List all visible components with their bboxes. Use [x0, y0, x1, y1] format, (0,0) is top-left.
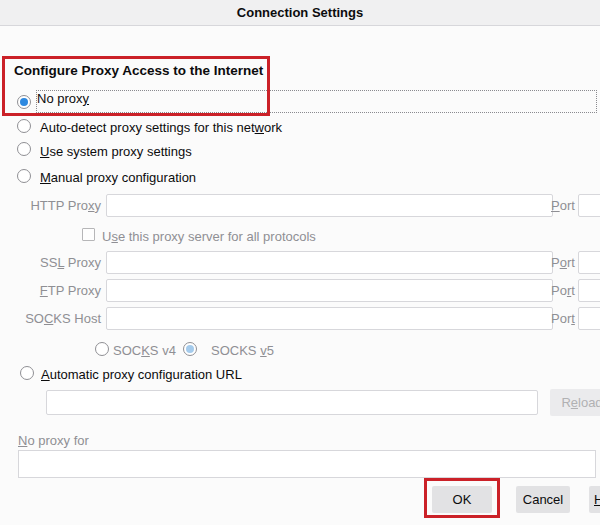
radio-socks-v5[interactable] — [183, 342, 197, 356]
ssl-port-label: Port — [551, 256, 575, 270]
socks-host-label: SOCKS Host — [0, 312, 101, 326]
dialog-title: Connection Settings — [0, 0, 600, 26]
reload-button[interactable]: Reload — [550, 389, 600, 416]
help-button[interactable]: Help — [589, 486, 600, 513]
radio-auto-detect[interactable] — [17, 119, 31, 133]
autoconfig-url-input[interactable] — [46, 390, 538, 415]
radio-label-use-system[interactable]: Use system proxy settings — [40, 144, 192, 159]
use-for-all-protocols-checkbox[interactable] — [82, 228, 95, 241]
ftp-port-input[interactable] — [578, 279, 600, 302]
radio-auto-url[interactable] — [20, 366, 34, 380]
no-proxy-focus-outline[interactable]: No proxy — [36, 90, 597, 113]
ftp-proxy-input[interactable] — [106, 279, 553, 302]
socks-port-label: Port — [551, 312, 575, 326]
ssl-port-input[interactable] — [578, 251, 600, 274]
socks-host-input[interactable] — [106, 307, 553, 330]
socks-port-input[interactable] — [578, 307, 600, 330]
ftp-port-label: Port — [551, 284, 575, 298]
ok-button[interactable]: OK — [432, 486, 492, 513]
radio-label-no-proxy[interactable]: No proxy — [37, 91, 89, 106]
ssl-proxy-input[interactable] — [106, 251, 553, 274]
radio-manual[interactable] — [17, 169, 31, 183]
http-port-input[interactable] — [578, 194, 600, 217]
http-port-label: Port — [551, 199, 575, 213]
use-for-all-protocols-label[interactable]: Use this proxy server for all protocols — [102, 229, 316, 244]
section-heading: Configure Proxy Access to the Internet — [14, 63, 263, 78]
ssl-proxy-label: SSL Proxy — [0, 256, 101, 270]
radio-no-proxy[interactable] — [17, 95, 31, 109]
radio-label-manual[interactable]: Manual proxy configuration — [40, 170, 196, 185]
cancel-button[interactable]: Cancel — [516, 486, 570, 513]
radio-use-system[interactable] — [17, 142, 31, 156]
connection-settings-dialog: Connection Settings Configure Proxy Acce… — [0, 0, 600, 525]
radio-label-socks-v5[interactable]: SOCKS v5 — [211, 343, 274, 358]
http-proxy-input[interactable] — [106, 194, 553, 217]
radio-socks-v4[interactable] — [95, 342, 109, 356]
no-proxy-for-label: No proxy for — [18, 433, 89, 448]
http-proxy-label: HTTP Proxy — [0, 199, 101, 213]
radio-label-auto-url[interactable]: Automatic proxy configuration URL — [41, 367, 242, 382]
radio-label-auto-detect[interactable]: Auto-detect proxy settings for this netw… — [40, 120, 282, 135]
no-proxy-for-textarea[interactable] — [18, 450, 596, 478]
ftp-proxy-label: FTP Proxy — [0, 284, 101, 298]
radio-label-socks-v4[interactable]: SOCKS v4 — [113, 343, 176, 358]
